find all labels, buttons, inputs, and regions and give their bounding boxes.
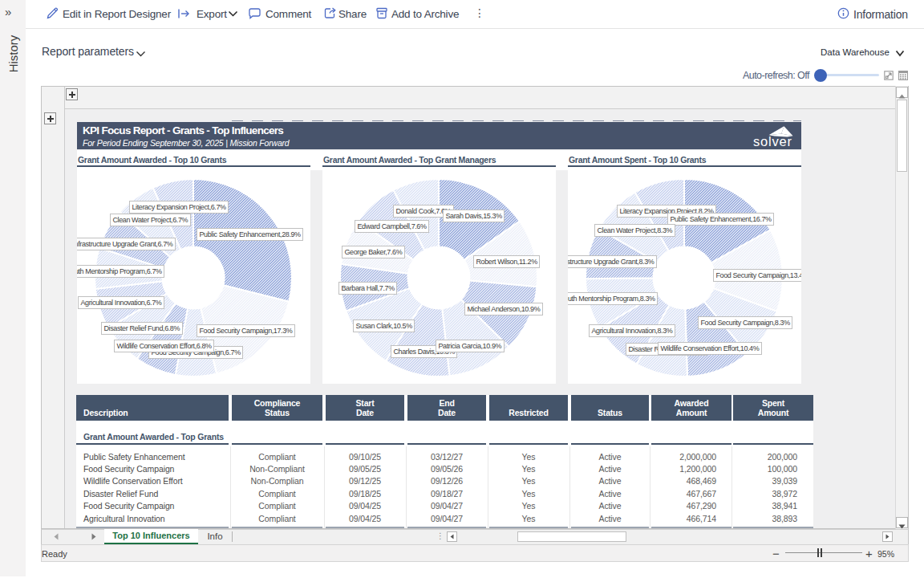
svg-text:solver: solver	[753, 134, 792, 149]
